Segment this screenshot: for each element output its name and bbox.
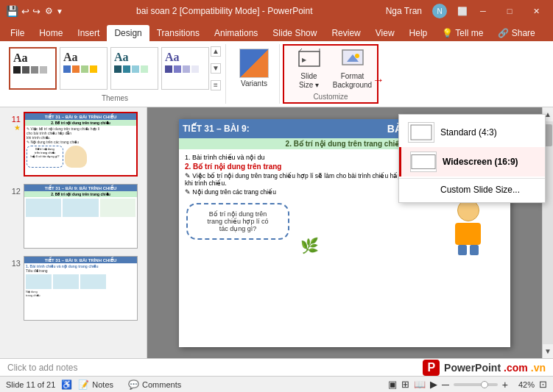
app-title: bai soan 2 [Compatibility Mode] - PowerP… — [63, 6, 386, 16]
slide-size-icon: ▶ — [297, 47, 321, 71]
theme-item-4[interactable]: Aa — [161, 47, 209, 90]
click-to-add-notes[interactable]: Click to add notes — [7, 363, 277, 373]
slide-number-11: 11 — [9, 115, 21, 124]
slide-size-button[interactable]: ▶ SlideSize ▾ — [289, 46, 329, 91]
tab-slideshow[interactable]: Slide Show — [265, 25, 324, 41]
slide-thumb-11[interactable]: 11 ★ TIẾT 31 – BÀI 9: BÀI TRÌNH CHIẾU 2.… — [3, 110, 144, 178]
slide-mini-images-12 — [24, 197, 137, 218]
zoom-slider[interactable] — [454, 383, 498, 386]
standard-label: Standard (4:3) — [440, 127, 497, 138]
slide-title-text: TIẾT 31 – BÀI 9: — [183, 124, 250, 134]
slide-size-dropdown: Standard (4:3) Widescreen (16:9) Custom … — [398, 114, 546, 203]
tab-help[interactable]: Help — [402, 25, 435, 41]
tab-share[interactable]: 🔗 Share — [490, 25, 542, 41]
tab-insert[interactable]: Insert — [70, 25, 107, 41]
slideshow-view-icon[interactable]: ▶ — [430, 379, 437, 390]
customize-label: Customize — [284, 93, 377, 101]
star-icon-11: ★ — [14, 124, 21, 132]
tab-animations[interactable]: Animations — [207, 25, 265, 41]
tab-tellme[interactable]: 💡 Tell me — [434, 25, 490, 41]
notes-label: Notes — [92, 380, 113, 389]
zoom-in-button[interactable]: + — [502, 379, 508, 391]
slide-image-13: TIẾT 31 – BÀI 9: BÀI TRÌNH CHIẾU 1. Bài … — [24, 256, 138, 321]
ribbon-toggle-icon[interactable]: ⬜ — [457, 7, 468, 16]
ribbon-tabs: File Home Insert Design Transitions Anim… — [0, 22, 553, 41]
slide-mini-content-11: ✎ Việc bố trí nội dung trên trang chiếu … — [25, 126, 136, 145]
undo-icon[interactable]: ↩ — [21, 6, 29, 17]
slide-character — [448, 199, 488, 254]
svg-rect-7 — [412, 155, 435, 169]
svg-text:▶: ▶ — [302, 57, 307, 63]
main-area: 11 ★ TIẾT 31 – BÀI 9: BÀI TRÌNH CHIẾU 2.… — [0, 107, 553, 358]
minimize-button[interactable]: ─ — [472, 4, 494, 18]
red-arrow: → — [373, 74, 384, 87]
comments-icon: 💬 — [128, 379, 139, 390]
zoom-out-button[interactable]: ─ — [442, 379, 449, 391]
ppt-logo-p: P — [427, 361, 435, 374]
accessibility-icon[interactable]: ♿ — [61, 379, 72, 390]
tab-transitions[interactable]: Transitions — [149, 25, 207, 41]
custom-size-label: Custom Slide Size... — [408, 185, 520, 195]
ppt-name: PowerPoint — [444, 362, 501, 374]
ppt-brand-area: P PowerPoint.com.vn — [277, 360, 546, 376]
scroll-down-button[interactable]: ▼ — [543, 344, 553, 358]
theme-item-2[interactable]: Aa — [60, 47, 108, 90]
slide-character-area: 🌿 — [297, 203, 503, 254]
notes-tab[interactable]: 📝 Notes — [78, 379, 113, 390]
tab-view[interactable]: View — [368, 25, 402, 41]
svg-rect-6 — [411, 125, 432, 140]
redo-icon[interactable]: ↪ — [32, 6, 40, 17]
notes-icon: 📝 — [78, 379, 89, 390]
slide-thumb-13[interactable]: 13 TIẾT 31 – BÀI 9: BÀI TRÌNH CHIẾU 1. B… — [3, 254, 144, 322]
maximize-button[interactable]: □ — [499, 4, 521, 18]
standard-option[interactable]: Standard (4:3) — [399, 118, 545, 147]
tab-file[interactable]: File — [3, 25, 32, 41]
slide-panel: 11 ★ TIẾT 31 – BÀI 9: BÀI TRÌNH CHIẾU 2.… — [0, 107, 147, 358]
theme-scroll-down[interactable]: ▼ — [211, 63, 221, 74]
reading-view-icon[interactable]: 📖 — [414, 379, 426, 390]
widescreen-label: Widescreen (16:9) — [443, 157, 518, 167]
slide-number-13: 13 — [9, 259, 21, 268]
title-bar-right: Nga Tran N ⬜ ─ □ ✕ — [386, 4, 547, 18]
format-background-label: FormatBackground — [333, 72, 372, 90]
slide-mini-title-13: TIẾT 31 – BÀI 9: BÀI TRÌNH CHIẾU — [24, 257, 137, 263]
custom-size-option[interactable]: Custom Slide Size... — [399, 180, 545, 199]
slide-mini-content-13: 1. Bài trình chiếu và nội dung trang chi… — [24, 263, 137, 299]
ppt-com: .com — [504, 362, 528, 374]
format-background-icon — [341, 47, 364, 71]
comments-tab[interactable]: 💬 Comments — [128, 379, 181, 390]
zoom-thumb — [481, 381, 488, 388]
theme-scroll-more[interactable]: ≡ — [211, 80, 221, 90]
plant-icon: 🌿 — [300, 237, 319, 254]
slide-sorter-icon[interactable]: ⊞ — [401, 379, 409, 390]
widescreen-option[interactable]: Widescreen (16:9) — [399, 147, 545, 177]
ppt-logo-text: PowerPoint.com.vn — [444, 362, 546, 374]
slide-cloud-area: Bố trí nội dung trêntrang chiếu hợp lí c… — [179, 200, 510, 257]
zoom-level[interactable]: 42% — [513, 380, 535, 389]
variants-button[interactable]: Variants — [233, 44, 275, 92]
theme-item-1[interactable]: Aa — [9, 47, 57, 90]
title-dropdown-icon[interactable]: ▼ — [56, 7, 63, 15]
slide-image-11: TIẾT 31 – BÀI 9: BÀI TRÌNH CHIẾU 2. Bố t… — [24, 112, 138, 177]
settings-icon[interactable]: ⚙ — [45, 6, 53, 16]
tab-home[interactable]: Home — [32, 25, 70, 41]
slide-size-label: SlideSize ▾ — [299, 72, 319, 90]
slide-cloud-box: Bố trí nội dung trêntrang chiếu hợp lí c… — [186, 203, 289, 240]
theme-item-3[interactable]: Aa — [110, 47, 158, 90]
fit-slide-button[interactable]: ⊡ — [539, 379, 547, 390]
theme-scroll-up[interactable]: ▲ — [211, 46, 221, 57]
close-button[interactable]: ✕ — [525, 4, 547, 18]
status-bar: Slide 11 of 21 ♿ 📝 Notes 💬 Comments ▣ ⊞ … — [0, 376, 553, 392]
save-icon[interactable]: 💾 — [6, 5, 18, 17]
bottom-notes-area: 📝 Notes 💬 Comments — [78, 379, 181, 390]
normal-view-icon[interactable]: ▣ — [388, 379, 397, 390]
slide-mini-green-11: 2. Bố trí nội dung trên trang chiếu — [25, 120, 136, 126]
tab-review[interactable]: Review — [324, 25, 367, 41]
tab-design[interactable]: Design — [107, 25, 149, 41]
status-right: ▣ ⊞ 📖 ▶ ─ + 42% ⊡ — [388, 379, 547, 391]
slide-thumb-12[interactable]: 12 TIẾT 31 – BÀI 9: BÀI TRÌNH CHIẾU 2. B… — [3, 182, 144, 250]
ppt-vn: .vn — [531, 362, 546, 374]
title-bar-left: 💾 ↩ ↪ ⚙ ▼ — [6, 5, 63, 17]
standard-icon — [408, 122, 434, 143]
format-background-button[interactable]: FormatBackground — [332, 46, 373, 91]
